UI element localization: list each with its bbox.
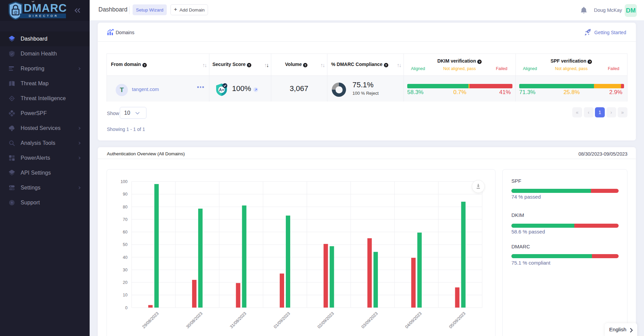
svg-text:10: 10 (123, 293, 128, 297)
svg-text:@: @ (14, 10, 18, 14)
svg-text:01/09/2023: 01/09/2023 (273, 311, 291, 329)
svg-text:20: 20 (123, 280, 128, 285)
svg-text:70: 70 (123, 217, 128, 222)
svg-text:100: 100 (120, 179, 128, 184)
svg-text:90: 90 (123, 192, 128, 197)
svg-text:40: 40 (123, 255, 128, 260)
svg-text:80: 80 (123, 205, 128, 209)
svg-text:50: 50 (123, 242, 128, 247)
svg-text:30: 30 (123, 268, 128, 272)
svg-text:03/09/2023: 03/09/2023 (361, 311, 379, 329)
svg-text:31/08/2023: 31/08/2023 (229, 311, 247, 329)
svg-text:29/08/2023: 29/08/2023 (141, 311, 160, 329)
svg-text:0: 0 (125, 306, 128, 310)
svg-text:05/09/2023: 05/09/2023 (448, 311, 466, 329)
svg-text:A+: A+ (219, 88, 224, 92)
svg-text:60: 60 (123, 230, 128, 234)
svg-text:30/08/2023: 30/08/2023 (185, 311, 203, 329)
svg-text:02/09/2023: 02/09/2023 (317, 311, 335, 329)
svg-text:04/09/2023: 04/09/2023 (404, 311, 422, 329)
